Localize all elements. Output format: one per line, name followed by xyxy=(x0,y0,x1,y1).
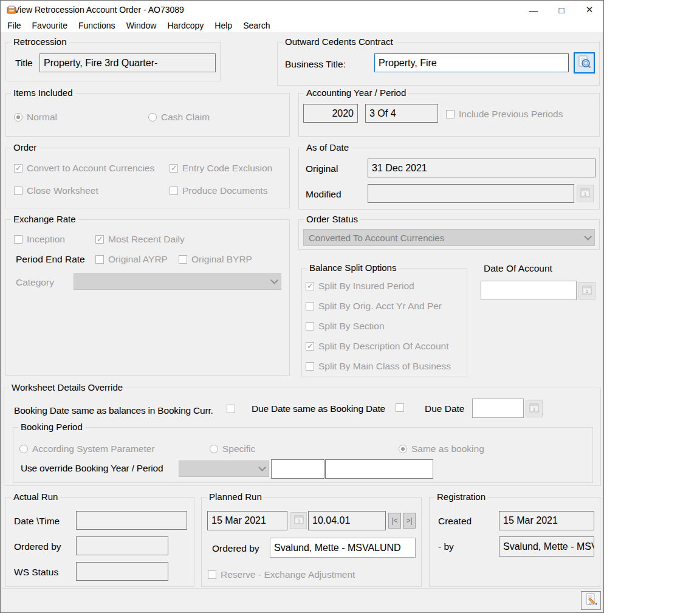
close-worksheet-checkbox[interactable]: Close Worksheet xyxy=(14,185,98,196)
checkbox-icon xyxy=(306,322,314,330)
created-label: Created xyxy=(438,516,472,527)
menu-search[interactable]: Search xyxy=(238,21,275,30)
checkbox-icon xyxy=(306,282,314,290)
maximize-button[interactable]: □ xyxy=(547,1,575,19)
inception-checkbox[interactable]: Inception xyxy=(14,234,65,245)
produce-documents-checkbox[interactable]: Produce Documents xyxy=(170,185,267,196)
checkbox-icon xyxy=(208,570,216,579)
original-byrp-checkbox[interactable]: Original BYRP xyxy=(179,254,252,265)
split-by-main-class-label: Split By Main Class of Business xyxy=(318,361,451,372)
convert-to-account-currencies-checkbox[interactable]: Convert to Account Currencies xyxy=(14,163,154,174)
normal-radio[interactable]: Normal xyxy=(14,112,57,123)
checkbox-icon xyxy=(179,255,187,264)
actual-ordered-by-label: Ordered by xyxy=(14,541,61,552)
split-by-section-label: Split By Section xyxy=(318,321,385,332)
modified-calendar-button[interactable]: 1 xyxy=(577,185,594,202)
created-by-label: - by xyxy=(438,541,454,552)
modified-date-input[interactable] xyxy=(368,184,574,203)
order-status-dropdown[interactable]: Converted To Account Currencies xyxy=(303,229,595,246)
actual-ordered-by-input[interactable] xyxy=(76,536,168,555)
last-record-button[interactable]: >| xyxy=(403,513,416,529)
split-by-description-label: Split By Description Of Account xyxy=(318,341,449,352)
minimize-button[interactable]: — xyxy=(520,1,547,19)
svg-text:1: 1 xyxy=(584,191,587,197)
menu-help[interactable]: Help xyxy=(209,21,238,30)
notes-edit-button[interactable] xyxy=(581,591,601,610)
radio-icon xyxy=(148,113,157,122)
title-bar: View Retrocession Account Order - AO7308… xyxy=(1,1,603,19)
period-end-rate-label: Period End Rate xyxy=(16,254,85,265)
checkbox-icon xyxy=(170,164,178,173)
exchange-rate-group-title: Exchange Rate xyxy=(11,214,78,224)
svg-text:1: 1 xyxy=(586,289,589,294)
override-booking-period-input[interactable] xyxy=(325,459,433,479)
date-of-account-calendar-button[interactable]: 1 xyxy=(578,282,595,300)
specific-radio[interactable]: Specific xyxy=(210,443,255,454)
menu-file[interactable]: File xyxy=(2,21,27,30)
actual-date-time-input[interactable] xyxy=(76,511,187,530)
due-date-calendar-button[interactable]: 1 xyxy=(526,400,543,417)
menu-favourite[interactable]: Favourite xyxy=(27,21,73,30)
radio-icon xyxy=(19,445,28,453)
lookup-button[interactable] xyxy=(574,52,595,74)
accounting-year-input[interactable]: 2020 xyxy=(303,104,358,123)
override-booking-dropdown[interactable] xyxy=(179,461,269,477)
first-record-button[interactable]: |< xyxy=(388,513,401,529)
order-status-group-title: Order Status xyxy=(304,214,360,224)
planned-time-input[interactable]: 10.04.01 xyxy=(308,511,386,530)
checkbox-icon xyxy=(14,164,22,173)
business-title-input[interactable]: Property, Fire xyxy=(374,53,569,72)
entry-code-exclusion-checkbox[interactable]: Entry Code Exclusion xyxy=(170,163,272,174)
menu-functions[interactable]: Functions xyxy=(73,21,121,30)
split-by-section-checkbox[interactable]: Split By Section xyxy=(306,321,385,332)
search-document-icon xyxy=(577,55,592,72)
created-by-input[interactable]: Svalund, Mette - MSVALUND xyxy=(499,536,594,556)
chevron-down-icon xyxy=(584,233,592,241)
include-previous-periods-checkbox[interactable]: Include Previous Periods xyxy=(446,109,563,120)
checkbox-icon xyxy=(95,255,104,264)
booking-date-same-checkbox[interactable] xyxy=(227,405,235,413)
created-date-input[interactable]: 15 Mar 2021 xyxy=(499,511,594,530)
retro-title-input[interactable]: Property, Fire 3rd Quarter- xyxy=(39,53,216,72)
according-system-parameter-radio[interactable]: According System Parameter xyxy=(19,443,155,454)
original-date-input[interactable]: 31 Dec 2021 xyxy=(368,159,595,177)
ws-status-input[interactable] xyxy=(76,562,168,581)
same-as-booking-radio[interactable]: Same as booking xyxy=(399,443,484,454)
menu-bar: File Favourite Functions Window Hardcopy… xyxy=(1,19,603,32)
split-by-description-checkbox[interactable]: Split By Description Of Account xyxy=(306,341,449,352)
radio-icon xyxy=(210,445,218,453)
checkbox-icon xyxy=(227,405,235,413)
menu-window[interactable]: Window xyxy=(121,21,162,30)
original-label: Original xyxy=(306,163,338,174)
split-by-main-class-checkbox[interactable]: Split By Main Class of Business xyxy=(306,361,451,372)
date-of-account-label: Date Of Account xyxy=(484,263,552,274)
override-booking-year-input[interactable] xyxy=(271,459,324,479)
business-title-label: Business Title: xyxy=(285,59,346,70)
split-by-orig-acct-checkbox[interactable]: Split By Orig. Acct Yr And Per xyxy=(306,301,442,312)
accounting-year-period-group-title: Accounting Year / Period xyxy=(304,87,408,98)
normal-radio-label: Normal xyxy=(27,112,57,123)
original-ayrp-checkbox[interactable]: Original AYRP xyxy=(95,254,168,265)
checkbox-icon xyxy=(306,302,314,310)
due-date-same-label: Due Date same as Booking Date xyxy=(252,403,385,414)
category-dropdown[interactable] xyxy=(74,273,281,290)
due-date-same-checkbox[interactable] xyxy=(396,403,404,412)
close-button[interactable]: ✕ xyxy=(575,1,603,19)
reserve-exchange-adjustment-checkbox[interactable]: Reserve - Exchange Adjustment xyxy=(208,569,355,580)
bottom-divider xyxy=(2,588,602,589)
cash-claim-radio[interactable]: Cash Claim xyxy=(148,112,210,123)
calendar-icon: 1 xyxy=(582,284,592,298)
due-date-input[interactable] xyxy=(472,399,524,418)
planned-date-input[interactable]: 15 Mar 2021 xyxy=(207,511,287,530)
split-by-insured-period-checkbox[interactable]: Split By Insured Period xyxy=(306,281,414,292)
date-of-account-input[interactable] xyxy=(481,281,577,300)
most-recent-daily-checkbox[interactable]: Most Recent Daily xyxy=(95,234,185,245)
checkbox-icon xyxy=(306,342,314,351)
menu-hardcopy[interactable]: Hardcopy xyxy=(162,21,209,30)
title-label: Title xyxy=(15,58,33,69)
accounting-period-input[interactable]: 3 Of 4 xyxy=(365,104,438,123)
calendar-icon: 1 xyxy=(529,402,540,416)
app-window: View Retrocession Account Order - AO7308… xyxy=(0,0,604,613)
planned-date-calendar-button[interactable]: 1 xyxy=(290,512,307,529)
planned-ordered-by-input[interactable]: Svalund, Mette - MSVALUND xyxy=(270,538,416,558)
